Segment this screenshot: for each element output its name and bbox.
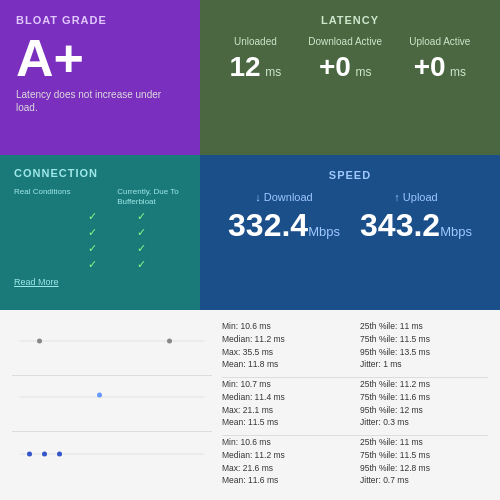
grade-subtitle: Latency does not increase under load. — [16, 88, 184, 114]
latency-title: LATENCY — [216, 14, 484, 26]
speed-upload-col: ↑ Upload 343.2Mbps — [360, 191, 472, 241]
latency-download-active: Download Active +0 ms — [308, 36, 382, 81]
stat-mean-2: Mean: 11.5 ms — [222, 416, 350, 429]
latency-download-active-label: Download Active — [308, 36, 382, 47]
connection-row1-check1: ✓ — [88, 210, 137, 223]
stat-min-1: Min: 10.6 ms — [222, 320, 350, 333]
grade-panel: BLOAT GRADE A+ Latency does not increase… — [0, 0, 200, 155]
connection-col1-header: Real Conditions — [14, 187, 117, 206]
speed-download-unit: Mbps — [308, 224, 340, 239]
stat-max-2: Max: 21.1 ms — [222, 404, 350, 417]
connection-col2-header: Currently, Due To Bufferbloat — [117, 187, 186, 206]
latency-upload-value-row: +0 ms — [409, 53, 470, 81]
speed-download-value-row: 332.4Mbps — [228, 209, 340, 241]
speed-upload-label: ↑ Upload — [360, 191, 472, 203]
stat-max-3: Max: 21.6 ms — [222, 462, 350, 475]
stat-25-2: 25th %ile: 11.2 ms — [360, 378, 488, 391]
stats-section-2: Min: 10.7 ms Median: 11.4 ms Max: 21.1 m… — [222, 378, 488, 436]
stats-col-left-3: Min: 10.6 ms Median: 11.2 ms Max: 21.6 m… — [222, 436, 350, 487]
stats-col-left-1: Min: 10.6 ms Median: 11.2 ms Max: 35.5 m… — [222, 320, 350, 371]
stats-section-3: Min: 10.6 ms Median: 11.2 ms Max: 21.6 m… — [222, 436, 488, 493]
chart-section-2 — [12, 377, 212, 432]
svg-point-2 — [167, 338, 172, 343]
connection-row4-check1: ✓ — [88, 258, 137, 271]
stat-75-2: 75th %ile: 11.6 ms — [360, 391, 488, 404]
speed-download-col: ↓ Download 332.4Mbps — [228, 191, 340, 241]
chart-svg-1 — [12, 321, 212, 361]
stats-col-left-2: Min: 10.7 ms Median: 11.4 ms Max: 21.1 m… — [222, 378, 350, 429]
latency-unloaded-label: Unloaded — [230, 36, 282, 47]
stats-area: Min: 10.6 ms Median: 11.2 ms Max: 35.5 m… — [222, 320, 488, 490]
connection-row-1: ✓ ✓ — [14, 210, 186, 223]
stats-col-right-1: 25th %ile: 11 ms 75th %ile: 11.5 ms 95th… — [360, 320, 488, 371]
grade-value: A+ — [16, 32, 184, 84]
connection-row3-check2: ✓ — [137, 242, 186, 255]
stat-jitter-2: Jitter: 0.3 ms — [360, 416, 488, 429]
stat-mean-3: Mean: 11.6 ms — [222, 474, 350, 487]
connection-row2-check1: ✓ — [88, 226, 137, 239]
chart-svg-2 — [12, 377, 212, 417]
connection-panel: CONNECTION Real Conditions Currently, Du… — [0, 155, 200, 310]
stat-mean-1: Mean: 11.8 ms — [222, 358, 350, 371]
svg-point-6 — [27, 452, 32, 457]
latency-download-value: +0 — [319, 51, 351, 82]
speed-title: SPEED — [218, 169, 482, 181]
speed-columns: ↓ Download 332.4Mbps ↑ Upload 343.2Mbps — [218, 191, 482, 241]
svg-point-1 — [37, 338, 42, 343]
connection-title: CONNECTION — [14, 167, 186, 179]
svg-point-8 — [57, 452, 62, 457]
speed-download-value: 332.4 — [228, 207, 308, 243]
latency-upload-unit: ms — [450, 65, 466, 79]
chart-area — [12, 320, 212, 490]
stat-75-3: 75th %ile: 11.5 ms — [360, 449, 488, 462]
grade-subtitle-text: Latency — [16, 89, 54, 100]
stat-median-2: Median: 11.4 ms — [222, 391, 350, 404]
svg-point-4 — [97, 393, 102, 398]
latency-unloaded-unit: ms — [265, 65, 281, 79]
connection-row3-check1: ✓ — [88, 242, 137, 255]
latency-upload-value: +0 — [414, 51, 446, 82]
chart-section-1 — [12, 321, 212, 376]
stat-min-2: Min: 10.7 ms — [222, 378, 350, 391]
latency-panel: LATENCY Unloaded 12 ms Download Active +… — [200, 0, 500, 155]
connection-row-3: ✓ ✓ — [14, 242, 186, 255]
latency-upload-active-label: Upload Active — [409, 36, 470, 47]
svg-point-7 — [42, 452, 47, 457]
latency-unloaded-value-row: 12 ms — [230, 53, 282, 81]
connection-row-2: ✓ ✓ — [14, 226, 186, 239]
latency-unloaded-value: 12 — [230, 51, 261, 82]
speed-upload-value: 343.2 — [360, 207, 440, 243]
stats-col-right-3: 25th %ile: 11 ms 75th %ile: 11.5 ms 95th… — [360, 436, 488, 487]
grade-title: BLOAT GRADE — [16, 14, 184, 26]
connection-row2-check2: ✓ — [137, 226, 186, 239]
stats-section-1: Min: 10.6 ms Median: 11.2 ms Max: 35.5 m… — [222, 320, 488, 378]
top-row: BLOAT GRADE A+ Latency does not increase… — [0, 0, 500, 155]
latency-columns: Unloaded 12 ms Download Active +0 ms Upl… — [216, 36, 484, 81]
stat-25-3: 25th %ile: 11 ms — [360, 436, 488, 449]
stat-min-3: Min: 10.6 ms — [222, 436, 350, 449]
chart-svg-3 — [12, 434, 212, 474]
stats-col-right-2: 25th %ile: 11.2 ms 75th %ile: 11.6 ms 95… — [360, 378, 488, 429]
connection-row4-check2: ✓ — [137, 258, 186, 271]
latency-unloaded: Unloaded 12 ms — [230, 36, 282, 81]
speed-panel: SPEED ↓ Download 332.4Mbps ↑ Upload 343.… — [200, 155, 500, 310]
speed-upload-value-row: 343.2Mbps — [360, 209, 472, 241]
stat-jitter-1: Jitter: 1 ms — [360, 358, 488, 371]
speed-download-label: ↓ Download — [228, 191, 340, 203]
latency-download-value-row: +0 ms — [308, 53, 382, 81]
speed-upload-unit: Mbps — [440, 224, 472, 239]
stat-max-1: Max: 35.5 ms — [222, 346, 350, 359]
connection-row-4: ✓ ✓ — [14, 258, 186, 271]
bottom-row: Min: 10.6 ms Median: 11.2 ms Max: 35.5 m… — [0, 310, 500, 500]
stat-75-1: 75th %ile: 11.5 ms — [360, 333, 488, 346]
connection-header: Real Conditions Currently, Due To Buffer… — [14, 187, 186, 206]
stat-95-3: 95th %ile: 12.8 ms — [360, 462, 488, 475]
latency-upload-active: Upload Active +0 ms — [409, 36, 470, 81]
chart-section-3 — [12, 434, 212, 489]
stat-median-1: Median: 11.2 ms — [222, 333, 350, 346]
read-more-link[interactable]: Read More — [14, 277, 186, 287]
latency-download-unit: ms — [355, 65, 371, 79]
stat-jitter-3: Jitter: 0.7 ms — [360, 474, 488, 487]
middle-row: CONNECTION Real Conditions Currently, Du… — [0, 155, 500, 310]
stat-95-2: 95th %ile: 12 ms — [360, 404, 488, 417]
